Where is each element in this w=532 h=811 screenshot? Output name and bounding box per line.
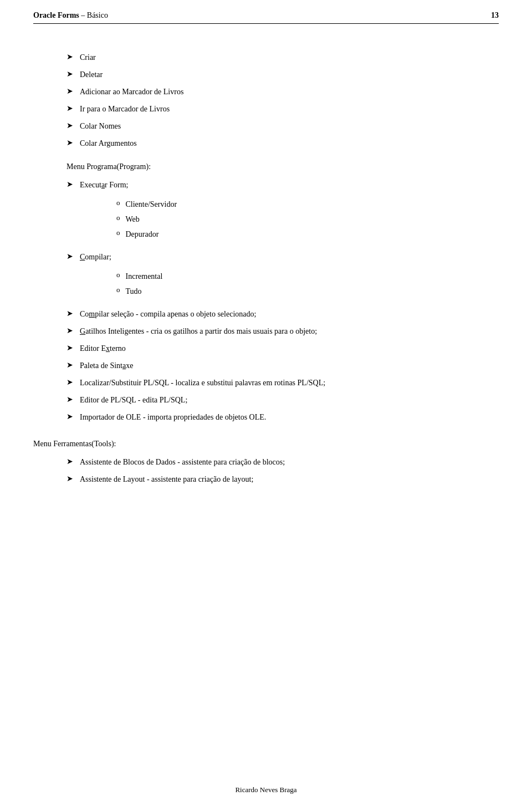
underline-m: m [89, 310, 95, 318]
menu-programa-heading: Menu Programa(Program): [33, 162, 499, 171]
item-text-adicionar: Adicionar ao Marcador de Livros [80, 86, 183, 98]
page-header: Oracle Forms – Básico 13 [33, 11, 499, 24]
subitem-depurador: o Depurador [116, 228, 177, 240]
list-item-ir-para: ➤ Ir para o Marcador de Livros [33, 103, 499, 115]
arrow-icon-colar-argumentos: ➤ [66, 138, 73, 147]
menu-ferramentas-heading: Menu Ferramentas(Tools): [33, 440, 499, 448]
menu-ferramentas-label: Menu Ferramentas(Tools): [33, 440, 116, 448]
text-web: Web [126, 213, 140, 225]
subitem-web: o Web [116, 213, 177, 225]
menu-programa-label: Menu Programa(Program): [66, 162, 151, 171]
compilar-sublist: o Incremental o Tudo [83, 271, 162, 300]
header-subtitle: Básico [87, 11, 108, 19]
footer-text: Ricardo Neves Braga [235, 786, 296, 794]
circle-icon-web: o [116, 213, 120, 222]
item-text-executar: Executar Form; [80, 179, 128, 191]
item-text-deletar: Deletar [80, 69, 103, 80]
subitem-incremental: o Incremental [116, 271, 162, 282]
arrow-icon-editor-plsql: ➤ [66, 395, 73, 404]
list-item-criar: ➤ Criar [33, 52, 499, 63]
arrow-icon-importador-ole: ➤ [66, 412, 73, 421]
compilar-subitems: o Incremental o Tudo [33, 268, 499, 303]
menu-ferramentas-list: ➤ Assistente de Blocos de Dados - assist… [33, 456, 499, 485]
item-text-assistente-layout: Assistente de Layout - assistente para c… [80, 473, 253, 485]
header-separator: – [79, 11, 87, 19]
item-text-ir-para: Ir para o Marcador de Livros [80, 103, 170, 115]
arrow-icon-compilar-selecao: ➤ [66, 309, 73, 318]
content: ➤ Criar ➤ Deletar ➤ Adicionar ao Marcado… [33, 46, 499, 496]
underline-a2: a [122, 361, 126, 370]
arrow-icon-compilar: ➤ [66, 252, 73, 261]
header-left: Oracle Forms – Básico [33, 11, 108, 20]
item-text-colar-argumentos: Colar Argumentos [80, 137, 137, 149]
arrow-icon-executar: ➤ [66, 180, 73, 189]
list-item-editor-plsql: ➤ Editor de PL/SQL - edita PL/SQL; [33, 394, 499, 406]
arrow-icon-localizar: ➤ [66, 378, 73, 387]
item-text-gatilhos: Gatilhos Inteligentes - cria os gatilhos… [80, 325, 317, 337]
subitem-tudo: o Tudo [116, 285, 162, 297]
list-item-colar-argumentos: ➤ Colar Argumentos [33, 137, 499, 149]
list-item-deletar: ➤ Deletar [33, 69, 499, 80]
page-footer: Ricardo Neves Braga [0, 786, 532, 794]
page-container: Oracle Forms – Básico 13 ➤ Criar ➤ Delet… [0, 0, 532, 811]
item-text-editor-externo: Editor Externo [80, 343, 126, 354]
text-incremental: Incremental [126, 271, 163, 282]
header-title: Oracle Forms [33, 11, 79, 19]
list-item-gatilhos: ➤ Gatilhos Inteligentes - cria os gatilh… [33, 325, 499, 337]
list-item-compilar: ➤ Compilar; [33, 251, 499, 263]
text-tudo: Tudo [126, 285, 142, 297]
circle-icon-tudo: o [116, 285, 120, 294]
arrow-icon-deletar: ➤ [66, 69, 73, 79]
item-text-compilar: Compilar; [80, 251, 111, 263]
list-item-importador-ole: ➤ Importador de OLE - importa propriedad… [33, 411, 499, 423]
arrow-icon-paleta-sintaxe: ➤ [66, 360, 73, 370]
list-item-compilar-selecao: ➤ Compilar seleção - compila apenas o ob… [33, 308, 499, 320]
arrow-icon-ir-para: ➤ [66, 104, 73, 113]
list-item-executar-form: ➤ Executar Form; [33, 179, 499, 191]
arrow-icon-editor-externo: ➤ [66, 343, 73, 353]
arrow-icon-colar-nomes: ➤ [66, 121, 73, 130]
top-list: ➤ Criar ➤ Deletar ➤ Adicionar ao Marcado… [33, 52, 499, 149]
item-text-criar: Criar [80, 52, 96, 63]
text-depurador: Depurador [126, 228, 159, 240]
list-item-adicionar: ➤ Adicionar ao Marcador de Livros [33, 86, 499, 98]
item-text-localizar: Localizar/Substituir PL/SQL - localiza e… [80, 377, 325, 389]
underline-a: a [101, 181, 105, 189]
arrow-icon-adicionar: ➤ [66, 86, 73, 96]
item-text-compilar-selecao: Compilar seleção - compila apenas o obje… [80, 308, 256, 320]
subitem-cliente-servidor: o Cliente/Servidor [116, 198, 177, 210]
list-item-assistente-blocos: ➤ Assistente de Blocos de Dados - assist… [33, 456, 499, 468]
item-text-assistente-blocos: Assistente de Blocos de Dados - assisten… [80, 456, 285, 468]
arrow-icon-assistente-layout: ➤ [66, 474, 73, 483]
underline-C: C [80, 253, 85, 261]
circle-icon-incremental: o [116, 271, 120, 279]
text-cliente-servidor: Cliente/Servidor [126, 198, 177, 210]
list-item-editor-externo: ➤ Editor Externo [33, 343, 499, 354]
page-number: 13 [491, 11, 499, 20]
item-text-importador-ole: Importador de OLE - importa propriedades… [80, 411, 266, 423]
executar-sublist: o Cliente/Servidor o Web o Depurador [83, 198, 177, 243]
list-item-colar-nomes: ➤ Colar Nomes [33, 120, 499, 132]
circle-icon-cliente: o [116, 198, 120, 207]
list-item-localizar: ➤ Localizar/Substituir PL/SQL - localiza… [33, 377, 499, 389]
arrow-icon-gatilhos: ➤ [66, 326, 73, 335]
arrow-icon-criar: ➤ [66, 52, 73, 62]
executar-subitems: o Cliente/Servidor o Web o Depurador [33, 196, 499, 246]
item-text-paleta-sintaxe: Paleta de Sintaxe [80, 360, 133, 371]
item-text-editor-plsql: Editor de PL/SQL - edita PL/SQL; [80, 394, 187, 406]
underline-G: G [80, 327, 85, 335]
item-text-colar-nomes: Colar Nomes [80, 120, 121, 132]
circle-icon-depurador: o [116, 228, 120, 237]
underline-x: x [106, 344, 110, 353]
list-item-assistente-layout: ➤ Assistente de Layout - assistente para… [33, 473, 499, 485]
list-item-paleta-sintaxe: ➤ Paleta de Sintaxe [33, 360, 499, 371]
menu-programa-list: ➤ Executar Form; o Cliente/Servidor o We… [33, 179, 499, 423]
arrow-icon-assistente-blocos: ➤ [66, 457, 73, 466]
